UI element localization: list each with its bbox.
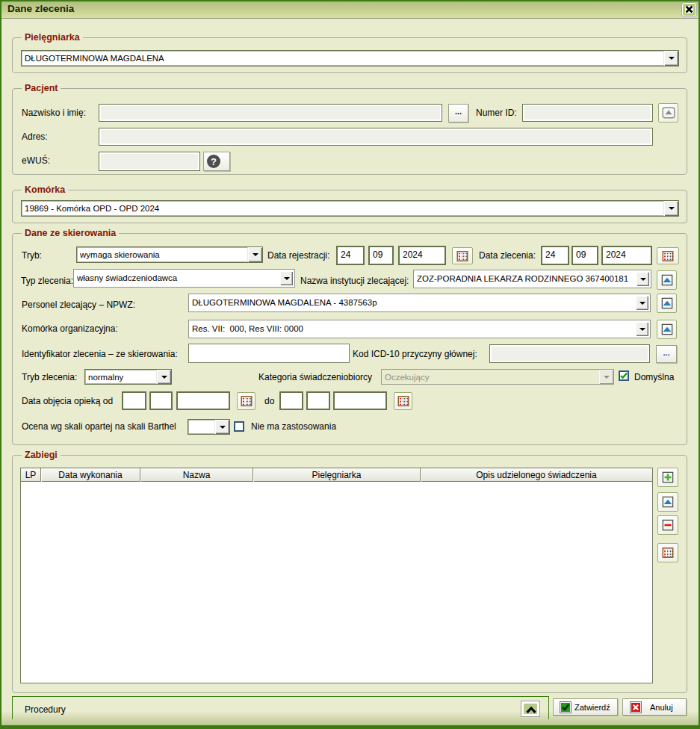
svg-text:?: ? [211, 156, 217, 167]
